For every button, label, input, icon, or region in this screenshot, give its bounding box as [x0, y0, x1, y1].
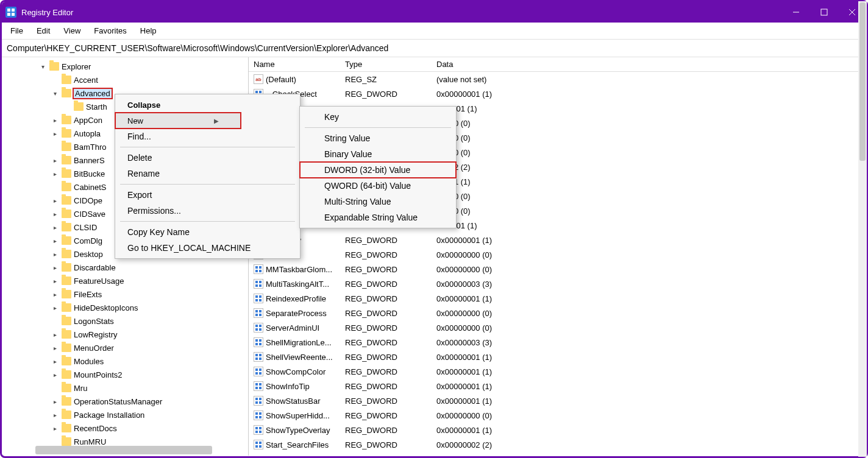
- tree-node[interactable]: ▸FileExts: [2, 287, 248, 301]
- dword-icon: [254, 396, 263, 406]
- tree-node[interactable]: ▸MountPoints2: [2, 368, 248, 381]
- chevron-icon[interactable]: ▸: [51, 425, 59, 432]
- value-row[interactable]: ShowCompColorREG_DWORD0x00000001 (1): [249, 364, 866, 379]
- tree-node[interactable]: LogonStats: [2, 314, 248, 328]
- value-row[interactable]: ...ShadowREG_DWORD0x00000001 (1): [249, 233, 866, 247]
- ctx-new-string[interactable]: String Value: [300, 130, 456, 146]
- tree-node[interactable]: Mru: [2, 381, 248, 395]
- tree-node[interactable]: Accent: [2, 73, 248, 86]
- value-row[interactable]: MMTaskbarGlom...REG_DWORD0x00000000 (0): [249, 262, 866, 277]
- chevron-icon[interactable]: ▾: [51, 90, 59, 97]
- ctx-permissions[interactable]: Permissions...: [115, 203, 300, 219]
- value-row[interactable]: MultiTaskingAltT...REG_DWORD0x00000003 (…: [249, 277, 866, 291]
- value-row[interactable]: ReindexedProfileREG_DWORD0x00000001 (1): [249, 291, 866, 306]
- folder-icon: [62, 370, 71, 379]
- chevron-right-icon: ▶: [214, 118, 219, 124]
- chevron-icon[interactable]: ▸: [51, 398, 59, 405]
- svg-rect-39: [259, 314, 261, 316]
- minimize-button[interactable]: [782, 2, 810, 23]
- value-type: REG_DWORD: [345, 323, 436, 333]
- ctx-copy-key-name[interactable]: Copy Key Name: [115, 224, 300, 240]
- menu-file[interactable]: File: [4, 24, 29, 38]
- ctx-collapse[interactable]: Collapse: [115, 97, 300, 113]
- ctx-new-key[interactable]: Key: [300, 109, 456, 125]
- chevron-icon[interactable]: ▸: [51, 291, 59, 298]
- chevron-icon[interactable]: ▸: [51, 264, 59, 271]
- value-row[interactable]: ...DrvBtnREG_DWORD0x00000000 (0): [249, 247, 866, 262]
- chevron-icon[interactable]: ▸: [51, 251, 59, 258]
- chevron-icon[interactable]: ▸: [51, 117, 59, 124]
- value-data: 0x00000000 (0): [436, 309, 866, 318]
- ctx-new-qword[interactable]: QWORD (64-bit) Value: [300, 178, 456, 194]
- chevron-icon[interactable]: ▸: [51, 157, 59, 164]
- value-name: ServerAdminUI: [266, 323, 345, 333]
- maximize-button[interactable]: [810, 2, 838, 23]
- chevron-icon[interactable]: ▸: [51, 238, 59, 244]
- tree-node[interactable]: ▸RecentDocs: [2, 421, 248, 435]
- svg-rect-46: [255, 343, 258, 345]
- tree-node[interactable]: ▸OperationStatusManager: [2, 395, 248, 408]
- ctx-find[interactable]: Find...: [115, 129, 300, 144]
- menu-view[interactable]: View: [57, 24, 87, 38]
- value-row[interactable]: ServerAdminUIREG_DWORD0x00000000 (0): [249, 320, 866, 335]
- chevron-icon[interactable]: ▸: [51, 211, 59, 217]
- value-row[interactable]: SeparateProcessREG_DWORD0x00000000 (0): [249, 306, 866, 320]
- tree-node[interactable]: ▸LowRegistry: [2, 328, 248, 341]
- value-row[interactable]: ab(Default)REG_SZ(value not set): [249, 72, 866, 86]
- value-row[interactable]: ShowStatusBarREG_DWORD0x00000001 (1): [249, 393, 866, 408]
- tree-label: MenuOrder: [74, 344, 114, 353]
- ctx-new[interactable]: New▶: [115, 113, 241, 129]
- scrollbar-thumb[interactable]: [859, 2, 866, 161]
- tree-node[interactable]: ▸MenuOrder: [2, 341, 248, 354]
- chevron-icon[interactable]: ▸: [51, 171, 59, 177]
- menu-edit[interactable]: Edit: [30, 24, 56, 38]
- folder-icon: [62, 277, 71, 285]
- address-bar[interactable]: Computer\HKEY_CURRENT_USER\Software\Micr…: [2, 40, 866, 57]
- chevron-icon[interactable]: ▸: [51, 278, 59, 284]
- tree-node[interactable]: ▸HideDesktopIcons: [2, 301, 248, 314]
- folder-icon: [62, 129, 71, 138]
- value-row[interactable]: ShowInfoTipREG_DWORD0x00000001 (1): [249, 379, 866, 393]
- tree-node[interactable]: ▸Discardable: [2, 261, 248, 274]
- value-row[interactable]: ShowTypeOverlayREG_DWORD0x00000001 (1): [249, 423, 866, 437]
- chevron-down-icon[interactable]: ▾: [38, 63, 47, 70]
- ctx-new-multistring[interactable]: Multi-String Value: [300, 194, 456, 210]
- chevron-icon[interactable]: ▸: [51, 130, 59, 137]
- ctx-goto-hklm[interactable]: Go to HKEY_LOCAL_MACHINE: [115, 240, 300, 256]
- chevron-icon[interactable]: ▸: [51, 372, 59, 378]
- chevron-icon[interactable]: ▸: [51, 345, 59, 351]
- column-name[interactable]: Name: [254, 60, 345, 69]
- vertical-scrollbar[interactable]: [858, 1, 867, 457]
- menu-help[interactable]: Help: [134, 24, 163, 38]
- chevron-icon[interactable]: ▸: [51, 412, 59, 418]
- tree-node[interactable]: ▸Modules: [2, 354, 248, 368]
- tree-node[interactable]: ▸FeatureUsage: [2, 274, 248, 287]
- svg-rect-47: [259, 343, 261, 345]
- column-data[interactable]: Data: [436, 60, 866, 69]
- chevron-icon[interactable]: ▸: [51, 197, 59, 204]
- value-row[interactable]: ...CheckSelectREG_DWORD0x00000001 (1): [249, 86, 866, 101]
- chevron-icon[interactable]: ▸: [51, 358, 59, 365]
- ctx-new-expandstring[interactable]: Expandable String Value: [300, 210, 456, 225]
- chevron-icon[interactable]: ▸: [51, 305, 59, 311]
- ctx-rename[interactable]: Rename: [115, 166, 300, 181]
- menu-favorites[interactable]: Favorites: [88, 24, 132, 38]
- dword-icon: [254, 440, 263, 449]
- value-row[interactable]: ShellMigrationLe...REG_DWORD0x00000003 (…: [249, 335, 866, 350]
- value-type: REG_DWORD: [345, 280, 436, 289]
- ctx-delete[interactable]: Delete: [115, 150, 300, 166]
- column-type[interactable]: Type: [345, 60, 436, 69]
- horizontal-scrollbar[interactable]: [35, 446, 212, 454]
- ctx-new-binary[interactable]: Binary Value: [300, 146, 456, 162]
- chevron-icon[interactable]: ▸: [51, 224, 59, 231]
- tree-node[interactable]: ▸Package Installation: [2, 408, 248, 421]
- value-row[interactable]: Start_SearchFilesREG_DWORD0x00000002 (2): [249, 437, 866, 452]
- value-row[interactable]: ShowSuperHidd...REG_DWORD0x00000000 (0): [249, 408, 866, 423]
- svg-rect-27: [259, 270, 261, 272]
- ctx-new-dword[interactable]: DWORD (32-bit) Value: [300, 162, 456, 178]
- ctx-export[interactable]: Export: [115, 187, 300, 203]
- chevron-icon[interactable]: ▸: [51, 331, 59, 338]
- value-row[interactable]: ShellViewReente...REG_DWORD0x00000001 (1…: [249, 350, 866, 364]
- svg-rect-65: [259, 412, 261, 415]
- tree-node-explorer[interactable]: ▾ Explorer: [2, 60, 248, 73]
